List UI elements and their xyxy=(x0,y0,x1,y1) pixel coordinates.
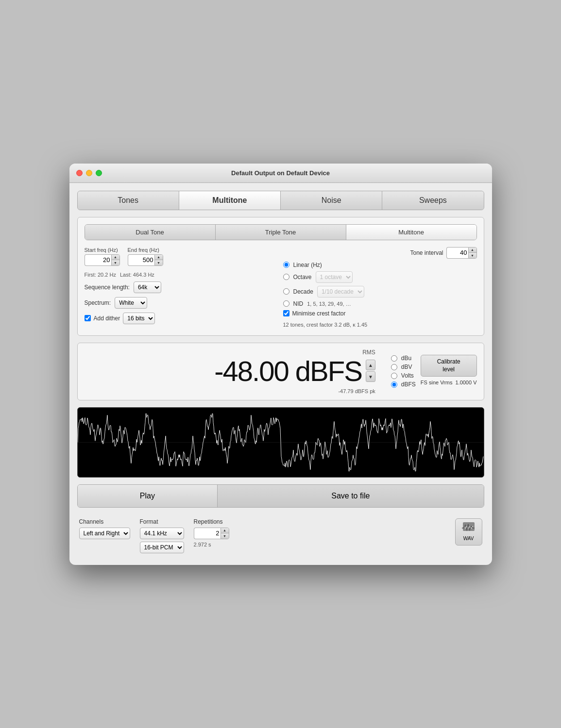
settings-grid: Start freq (Hz) 20 ▲ ▼ End freq (Hz) xyxy=(85,247,477,329)
tab-multitone-sub[interactable]: Multitone xyxy=(346,225,476,240)
maximize-button[interactable] xyxy=(96,170,102,176)
end-freq-field[interactable]: 500 xyxy=(128,254,154,266)
crest-info-text: 12 tones, crest factor 3.2 dB, κ 1.45 xyxy=(283,322,368,328)
minimise-crest-checkbox[interactable] xyxy=(283,310,289,316)
fs-row: FS sine Vrms 1.0000 V xyxy=(421,380,477,385)
channels-select[interactable]: Left and Right Left only Right only xyxy=(79,528,130,539)
end-freq-input[interactable]: 500 ▲ ▼ xyxy=(128,254,163,266)
unit-dbfs-label[interactable]: dBFS xyxy=(401,381,416,388)
last-freq: Last: 464.3 Hz xyxy=(120,272,154,278)
radio-nid-label[interactable]: NID xyxy=(293,300,304,307)
end-freq-up[interactable]: ▲ xyxy=(155,255,163,260)
add-dither-checkbox[interactable] xyxy=(85,315,91,321)
tone-interval-label: Tone interval xyxy=(410,249,443,256)
radio-volts[interactable] xyxy=(391,373,397,379)
minimize-button[interactable] xyxy=(86,170,92,176)
waveform-display xyxy=(77,407,484,478)
sample-rate-select[interactable]: 44.1 kHz 48 kHz 96 kHz xyxy=(140,528,184,539)
radio-dbfs[interactable] xyxy=(391,381,397,388)
left-settings: Start freq (Hz) 20 ▲ ▼ End freq (Hz) xyxy=(85,247,278,329)
bottom-settings: Channels Left and Right Left only Right … xyxy=(77,514,484,557)
start-freq-stepper: ▲ ▼ xyxy=(111,254,120,266)
fs-sine-value: 1.0000 V xyxy=(455,380,476,385)
crest-row: Minimise crest factor xyxy=(283,310,477,317)
wav-button[interactable]: WAV WAV xyxy=(455,518,482,546)
tone-interval-field[interactable] xyxy=(446,247,468,259)
tab-sweeps[interactable]: Sweeps xyxy=(382,191,483,210)
main-tab-bar: Tones Multitone Noise Sweeps xyxy=(77,191,484,210)
format-label: Format xyxy=(140,518,184,525)
radio-decade-label[interactable]: Decade xyxy=(293,288,313,295)
end-freq-down[interactable]: ▼ xyxy=(155,260,163,265)
octave-select[interactable]: 1 octave xyxy=(316,271,353,283)
tab-tones[interactable]: Tones xyxy=(78,191,179,210)
unit-dbv-label[interactable]: dBV xyxy=(401,364,412,370)
calibrate-fs-group: Calibrate level FS sine Vrms 1.0000 V xyxy=(421,355,477,385)
spectrum-select[interactable]: White Pink USASI xyxy=(115,297,147,309)
channels-label: Channels xyxy=(79,518,130,525)
level-value-row: -48.00 dBFS ▲ ▼ xyxy=(85,355,375,387)
level-down[interactable]: ▼ xyxy=(366,371,375,382)
end-freq-group: End freq (Hz) 500 ▲ ▼ xyxy=(128,247,163,266)
radio-decade-input[interactable] xyxy=(283,288,289,295)
level-right: dBu dBV Volts dBFS xyxy=(383,355,477,388)
unit-dbfs: dBFS xyxy=(391,381,416,388)
repetitions-group: Repetitions ▲ ▼ 2.972 s xyxy=(194,518,229,547)
tone-interval-up[interactable]: ▲ xyxy=(469,248,476,253)
tab-triple-tone[interactable]: Triple Tone xyxy=(216,225,346,240)
decade-select[interactable]: 1/10 decade xyxy=(317,286,364,298)
start-freq-input[interactable]: 20 ▲ ▼ xyxy=(85,254,120,266)
spectrum-row: Spectrum: White Pink USASI xyxy=(85,297,278,309)
sequence-length-select[interactable]: 64k 128k 256k 512k xyxy=(134,281,161,293)
start-freq-field[interactable]: 20 xyxy=(85,254,111,266)
minimise-crest-label[interactable]: Minimise crest factor xyxy=(292,310,346,317)
radio-dbu[interactable] xyxy=(391,355,397,362)
tab-multitone[interactable]: Multitone xyxy=(179,191,281,210)
bit-depth-select[interactable]: 16-bit PCM 24-bit PCM 32-bit float xyxy=(140,542,184,553)
action-buttons: Play Save to file xyxy=(77,484,484,508)
add-dither-label[interactable]: Add dither xyxy=(94,315,120,322)
calibrate-button[interactable]: Calibrate level xyxy=(421,355,477,377)
start-freq-down[interactable]: ▼ xyxy=(112,260,119,265)
tab-noise[interactable]: Noise xyxy=(281,191,382,210)
tone-interval-stepper: ▲ ▼ xyxy=(468,247,477,259)
radio-octave-label[interactable]: Octave xyxy=(293,274,312,281)
freq-row: Start freq (Hz) 20 ▲ ▼ End freq (Hz) xyxy=(85,247,278,266)
close-button[interactable] xyxy=(76,170,83,176)
right-settings: Tone interval ▲ ▼ Linear (Hz) xyxy=(283,247,477,329)
unit-volts-label[interactable]: Volts xyxy=(401,372,414,379)
sequence-length-label: Sequence length: xyxy=(85,284,130,291)
start-freq-up[interactable]: ▲ xyxy=(112,255,119,260)
radio-octave: Octave 1 octave xyxy=(283,271,477,283)
rep-up[interactable]: ▲ xyxy=(221,528,229,533)
dither-row: Add dither 16 bits 24 bits xyxy=(85,313,278,324)
duration-text: 2.972 s xyxy=(194,542,229,547)
level-up[interactable]: ▲ xyxy=(366,360,375,370)
repetitions-input[interactable]: ▲ ▼ xyxy=(194,528,229,539)
start-freq-label: Start freq (Hz) xyxy=(85,247,120,253)
end-freq-label: End freq (Hz) xyxy=(128,247,163,253)
dither-bits-select[interactable]: 16 bits 24 bits xyxy=(123,313,155,324)
level-value: -48.00 dBFS xyxy=(85,355,362,387)
fs-sine-label: FS sine Vrms xyxy=(421,380,453,385)
tab-dual-tone[interactable]: Dual Tone xyxy=(85,225,216,240)
radio-linear-label[interactable]: Linear (Hz) xyxy=(293,262,322,268)
radio-octave-input[interactable] xyxy=(283,274,289,280)
unit-dbu-label[interactable]: dBu xyxy=(401,355,411,362)
unit-dbv: dBV xyxy=(391,364,416,370)
play-button[interactable]: Play xyxy=(78,485,218,507)
radio-dbv[interactable] xyxy=(391,364,397,370)
tone-interval-input[interactable]: ▲ ▼ xyxy=(446,247,477,259)
save-button[interactable]: Save to file xyxy=(218,485,483,507)
radio-nid-input[interactable] xyxy=(283,300,289,307)
channel-group: Channels Left and Right Left only Right … xyxy=(79,518,130,539)
radio-linear-input[interactable] xyxy=(283,262,289,268)
rep-down[interactable]: ▼ xyxy=(221,533,229,539)
spectrum-label: Spectrum: xyxy=(85,299,111,306)
repetitions-field[interactable] xyxy=(194,528,221,539)
titlebar: Default Output on Default Device xyxy=(69,164,492,183)
format-group: Format 44.1 kHz 48 kHz 96 kHz 16-bit PCM… xyxy=(140,518,184,553)
radio-decade: Decade 1/10 decade xyxy=(283,286,477,298)
sub-tab-bar: Dual Tone Triple Tone Multitone xyxy=(85,224,477,240)
tone-interval-down[interactable]: ▼ xyxy=(469,253,476,258)
